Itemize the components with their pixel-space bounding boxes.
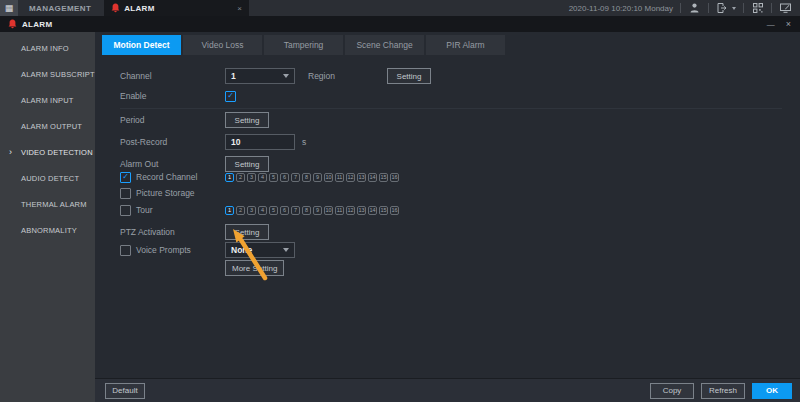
ptz-setting-button[interactable]: Setting [225, 224, 269, 240]
logout-icon[interactable] [716, 2, 729, 15]
ok-button[interactable]: OK [752, 383, 792, 399]
channel-button[interactable]: 1 [225, 206, 234, 215]
channel-button[interactable]: 12 [346, 173, 355, 182]
tab-close-icon[interactable]: × [237, 4, 242, 13]
channel-button[interactable]: 3 [247, 206, 256, 215]
channel-button[interactable]: 14 [368, 173, 377, 182]
voice-prompts-checkbox[interactable] [120, 245, 131, 256]
channel-button[interactable]: 6 [280, 206, 289, 215]
channel-button[interactable]: 3 [247, 173, 256, 182]
channel-button[interactable]: 11 [335, 206, 344, 215]
channel-row: Channel 1 Region Setting [120, 68, 790, 84]
refresh-button[interactable]: Refresh [701, 383, 745, 399]
apps-grid-icon[interactable]: ▦ [0, 0, 18, 16]
ptz-activation-label: PTZ Activation [120, 227, 225, 237]
region-setting-button[interactable]: Setting [387, 68, 431, 84]
channel-button[interactable]: 5 [269, 173, 278, 182]
topbar-separator [680, 3, 681, 13]
channel-button[interactable]: 14 [368, 206, 377, 215]
channel-button[interactable]: 10 [324, 173, 333, 182]
channel-button[interactable]: 16 [390, 173, 399, 182]
tab[interactable]: Scene Change [345, 35, 424, 55]
channel-button[interactable]: 7 [291, 173, 300, 182]
voice-prompts-select[interactable]: None [225, 242, 295, 258]
sidebar-item-label: ALARM SUBSCRIPTI... [21, 70, 104, 79]
copy-button[interactable]: Copy [650, 383, 694, 399]
minimize-icon[interactable]: — [767, 20, 775, 29]
post-record-input[interactable]: 10 [225, 134, 295, 150]
more-setting-row: More Setting [120, 260, 790, 276]
channel-button[interactable]: 8 [302, 206, 311, 215]
channel-select[interactable]: 1 [225, 68, 295, 84]
topbar-separator [708, 3, 709, 13]
record-channel-row: Record Channel 12345678910111213141516 [120, 169, 790, 185]
tab[interactable]: Tampering [264, 35, 343, 55]
tab[interactable]: Motion Detect [102, 35, 181, 55]
panel-title: ALARM [22, 20, 52, 29]
channel-button[interactable]: 15 [379, 206, 388, 215]
channel-button[interactable]: 13 [357, 206, 366, 215]
channel-button[interactable]: 16 [390, 206, 399, 215]
period-setting-button[interactable]: Setting [225, 112, 269, 128]
channel-button[interactable]: 2 [236, 206, 245, 215]
chevron-down-icon [283, 248, 289, 252]
channel-button[interactable]: 11 [335, 173, 344, 182]
channel-button[interactable]: 9 [313, 173, 322, 182]
channel-button[interactable]: 9 [313, 206, 322, 215]
close-icon[interactable]: × [786, 20, 791, 29]
sidebar-item[interactable]: THERMAL ALARM [0, 191, 95, 217]
alarm-bell-icon [8, 19, 17, 29]
sidebar-item[interactable]: ALARM INFO [0, 35, 95, 61]
channel-button[interactable]: 6 [280, 173, 289, 182]
post-record-label: Post-Record [120, 137, 225, 147]
topbar-separator [743, 3, 744, 13]
sidebar-item[interactable]: ALARM OUTPUT [0, 113, 95, 139]
default-button[interactable]: Default [105, 383, 145, 399]
channel-button[interactable]: 8 [302, 173, 311, 182]
ptz-activation-row: PTZ Activation Setting [120, 224, 790, 240]
channel-button[interactable]: 1 [225, 173, 234, 182]
logout-dropdown-caret-icon[interactable] [732, 7, 736, 10]
tab[interactable]: PIR Alarm [426, 35, 505, 55]
more-setting-button[interactable]: More Setting [225, 260, 284, 276]
alarm-top-tab[interactable]: ALARM × [104, 0, 249, 16]
channel-button[interactable]: 7 [291, 206, 300, 215]
picture-storage-checkbox[interactable] [120, 188, 131, 199]
footer-bar: Default Copy Refresh OK [95, 378, 800, 402]
channel-button[interactable]: 2 [236, 173, 245, 182]
channel-label: Channel [120, 71, 225, 81]
channel-button[interactable]: 15 [379, 173, 388, 182]
region-label: Region [308, 71, 335, 81]
enable-checkbox[interactable] [225, 91, 236, 102]
tab-row: Motion DetectVideo LossTamperingScene Ch… [102, 35, 505, 55]
sidebar-list: ALARM INFOALARM SUBSCRIPTI...ALARM INPUT… [0, 32, 95, 402]
sidebar-item[interactable]: ALARM SUBSCRIPTI... [0, 61, 95, 87]
enable-label: Enable [120, 91, 225, 101]
tab[interactable]: Video Loss [183, 35, 262, 55]
chevron-down-icon [283, 74, 289, 78]
sidebar-item[interactable]: ALARM INPUT [0, 87, 95, 113]
channel-button[interactable]: 13 [357, 173, 366, 182]
sidebar-item-label: ALARM INPUT [21, 96, 74, 105]
channel-button[interactable]: 4 [258, 173, 267, 182]
app-top-bar: ▦ MANAGEMENT ALARM × 2020-11-09 10:20:10… [0, 0, 800, 16]
sidebar-item[interactable]: AUDIO DETECT [0, 165, 95, 191]
tour-checkbox[interactable] [120, 205, 131, 216]
sidebar-item-label: ALARM INFO [21, 44, 69, 53]
screen-edit-icon[interactable] [779, 2, 792, 15]
record-channel-checkbox[interactable] [120, 172, 131, 183]
sidebar-item-label: ABNORMALITY [21, 226, 77, 235]
sidebar-item-label: ALARM OUTPUT [21, 122, 82, 131]
sidebar-item[interactable]: ABNORMALITY [0, 217, 95, 243]
picture-storage-label: Picture Storage [136, 188, 225, 198]
topbar-separator [771, 3, 772, 13]
channel-button[interactable]: 12 [346, 206, 355, 215]
sidebar-item[interactable]: ›VIDEO DETECTION [0, 139, 95, 165]
user-icon[interactable] [688, 2, 701, 15]
channel-button[interactable]: 5 [269, 206, 278, 215]
management-tab[interactable]: MANAGEMENT [29, 4, 91, 13]
period-label: Period [120, 115, 225, 125]
channel-button[interactable]: 4 [258, 206, 267, 215]
qr-grid-icon[interactable] [751, 2, 764, 15]
channel-button[interactable]: 10 [324, 206, 333, 215]
